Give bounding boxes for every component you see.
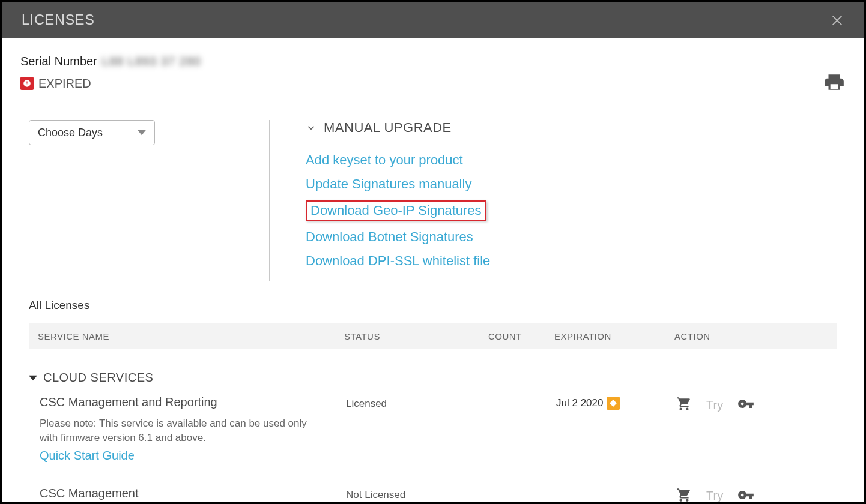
svg-rect-4 — [26, 85, 27, 85]
choose-days-label: Choose Days — [38, 127, 103, 139]
key-icon[interactable] — [737, 487, 754, 502]
count-cell — [490, 395, 556, 398]
status-cell: Licensed — [346, 395, 490, 410]
download-geoip-link[interactable]: Download Geo-IP Signatures — [306, 200, 486, 221]
download-botnet-link[interactable]: Download Botnet Signatures — [306, 229, 473, 245]
close-icon[interactable] — [830, 13, 844, 28]
col-count: COUNT — [480, 331, 546, 341]
cloud-services-title: CLOUD SERVICES — [43, 371, 153, 385]
col-action: ACTION — [666, 331, 837, 341]
add-keyset-link[interactable]: Add keyset to your product — [306, 152, 463, 168]
status-cell: Not Licensed — [346, 487, 490, 501]
try-button[interactable]: Try — [706, 398, 723, 412]
serial-number-value: L88 L893 37 280 — [102, 55, 201, 68]
service-note: Please note: This service is available a… — [40, 416, 322, 445]
key-icon[interactable] — [737, 395, 754, 415]
update-signatures-link[interactable]: Update Signatures manually — [306, 176, 471, 192]
manual-upgrade-toggle[interactable]: MANUAL UPGRADE — [306, 120, 846, 136]
cloud-services-section-toggle[interactable]: CLOUD SERVICES — [29, 371, 837, 385]
print-icon[interactable] — [823, 71, 846, 96]
count-cell — [490, 487, 556, 489]
table-row: CSC Management Not Licensed Try — [29, 487, 837, 502]
col-service-name: SERVICE NAME — [29, 331, 336, 341]
choose-days-dropdown[interactable]: Choose Days — [29, 120, 155, 145]
expiration-date: Jul 2 2020 — [556, 397, 603, 409]
try-button[interactable]: Try — [706, 489, 723, 502]
col-status: STATUS — [336, 331, 480, 341]
diamond-icon — [607, 397, 620, 410]
status-badge: EXPIRED — [38, 77, 91, 91]
expiration-cell — [556, 487, 676, 488]
service-name: CSC Management — [40, 487, 346, 500]
col-expiration: EXPIRATION — [546, 331, 666, 341]
page-title: LICENSES — [22, 12, 95, 28]
cart-icon[interactable] — [676, 396, 692, 414]
manual-upgrade-title: MANUAL UPGRADE — [324, 120, 452, 136]
service-name: CSC Management and Reporting — [40, 395, 346, 409]
svg-rect-5 — [610, 400, 617, 407]
all-licenses-label: All Licenses — [20, 299, 846, 312]
quick-start-guide-link[interactable]: Quick Start Guide — [40, 449, 135, 463]
alert-icon — [20, 77, 34, 90]
svg-rect-3 — [26, 82, 27, 84]
download-dpissl-link[interactable]: Download DPI-SSL whitelist file — [306, 253, 490, 269]
table-row: CSC Management and Reporting Please note… — [29, 395, 837, 463]
cart-icon[interactable] — [676, 487, 692, 502]
serial-number-label: Serial Number — [20, 55, 97, 68]
table-header: SERVICE NAME STATUS COUNT EXPIRATION ACT… — [29, 323, 837, 349]
